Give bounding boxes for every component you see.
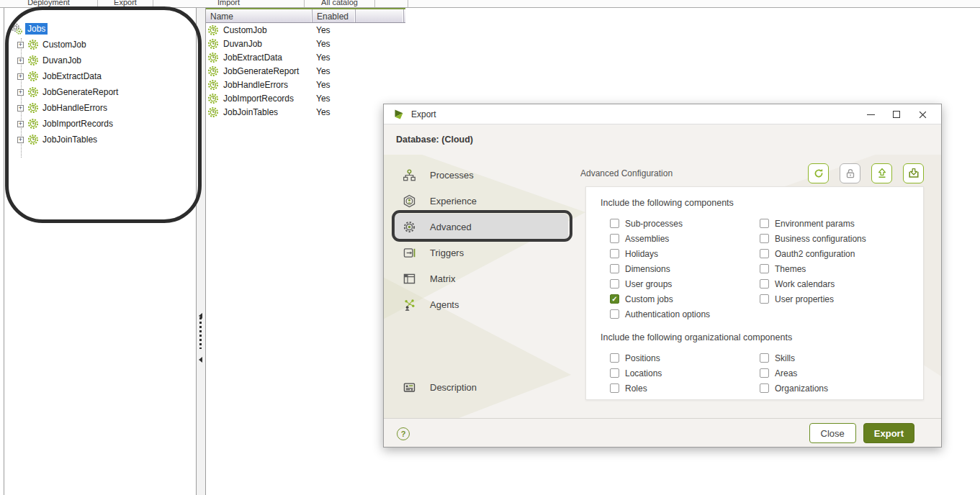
- column-header-name[interactable]: Name: [206, 9, 313, 22]
- sidebar-item-agents[interactable]: Agents: [395, 291, 568, 317]
- expand-plus-icon[interactable]: +: [17, 42, 24, 48]
- refresh-button[interactable]: [808, 163, 829, 183]
- expand-plus-icon[interactable]: +: [17, 73, 24, 80]
- checkbox-row-positions: Positions: [610, 350, 760, 365]
- tree-item-label: JobJoinTables: [42, 135, 97, 145]
- config-toolbar: [797, 163, 924, 183]
- tree-item-jobgeneratereport[interactable]: +JobGenerateReport: [4, 84, 196, 100]
- import-button[interactable]: [903, 163, 924, 183]
- job-name-cell: DuvanJob: [206, 38, 313, 50]
- checkbox-row-custom-jobs: ✓Custom jobs: [610, 291, 760, 306]
- sidebar-item-triggers[interactable]: Triggers: [395, 240, 568, 265]
- close-button[interactable]: Close: [809, 423, 856, 443]
- sidebar-item-experience[interactable]: Experience: [395, 188, 568, 214]
- dialog-titlebar[interactable]: Export: [384, 104, 941, 124]
- panel-splitter[interactable]: [197, 8, 206, 495]
- collapse-left-icon[interactable]: [199, 357, 202, 363]
- checkbox-holidays[interactable]: [610, 249, 619, 258]
- checkbox-themes[interactable]: [760, 264, 769, 273]
- tree-item-label: CustomJob: [42, 40, 86, 50]
- checkbox-positions[interactable]: [610, 353, 619, 363]
- dialog-sidebar: ProcessesExperienceAdvancedTriggersMatri…: [384, 155, 580, 418]
- tree-item-customjob[interactable]: +CustomJob: [4, 37, 196, 53]
- job-enabled-cell: Yes: [313, 39, 356, 49]
- table-row[interactable]: JobImportRecordsYes: [206, 91, 405, 105]
- app-logo-icon: [393, 109, 405, 120]
- checkbox-sub-processes[interactable]: [610, 219, 619, 228]
- tree-item-jobs-root[interactable]: Jobs: [4, 21, 196, 37]
- components-card: Include the following componentsSub-proc…: [585, 186, 924, 400]
- checkbox-row-authentication-options: Authentication options: [610, 306, 760, 322]
- expand-plus-icon[interactable]: +: [17, 58, 24, 64]
- upload-button[interactable]: [871, 163, 892, 183]
- checkbox-label: Work calendars: [775, 279, 835, 289]
- sidebar-item-advanced[interactable]: Advanced: [395, 214, 568, 240]
- ribbon-group-empty: [375, 0, 408, 7]
- table-row[interactable]: JobJoinTablesYes: [206, 105, 405, 119]
- checkbox-row-assemblies: Assemblies: [610, 231, 760, 246]
- jobs-list: NameEnabled CustomJobYesDuvanJobYesJobEx…: [206, 8, 405, 119]
- job-name-cell: JobJoinTables: [206, 106, 313, 118]
- database-bar: Database: (Cloud): [384, 124, 941, 155]
- job-gear-icon: [207, 65, 219, 77]
- checkbox-business-configurations[interactable]: [760, 234, 769, 243]
- minimize-button[interactable]: [858, 106, 884, 123]
- tree-item-label: DuvanJob: [42, 55, 81, 65]
- tree-item-jobimportrecords[interactable]: +JobImportRecords: [4, 116, 196, 132]
- sidebar-item-processes[interactable]: Processes: [395, 162, 568, 188]
- expand-plus-icon[interactable]: +: [17, 137, 24, 143]
- ribbon-group-import: Import: [153, 0, 305, 7]
- checkbox-organizations[interactable]: [760, 383, 769, 393]
- tree-item-jobhandleerrors[interactable]: +JobHandleErrors: [4, 100, 196, 116]
- unlock-button[interactable]: [840, 163, 860, 183]
- help-icon[interactable]: ?: [397, 427, 410, 440]
- checkbox-assemblies[interactable]: [610, 234, 619, 243]
- tree-item-jobextractdata[interactable]: +JobExtractData: [4, 68, 196, 84]
- table-row[interactable]: CustomJobYes: [206, 23, 405, 37]
- column-header-empty[interactable]: [356, 9, 404, 22]
- checkbox-dimensions[interactable]: [610, 264, 619, 273]
- job-name: JobJoinTables: [223, 107, 278, 117]
- table-row[interactable]: JobExtractDataYes: [206, 50, 405, 64]
- checkbox-authentication-options[interactable]: [610, 309, 619, 319]
- checkbox-label: Oauth2 configuration: [775, 249, 855, 259]
- checkbox-roles[interactable]: [610, 383, 619, 393]
- checkbox-environment-params[interactable]: [760, 219, 769, 228]
- expand-plus-icon[interactable]: +: [17, 105, 24, 112]
- sidebar-item-label: Matrix: [430, 273, 455, 284]
- tree-item-jobjointables[interactable]: +JobJoinTables: [4, 132, 196, 147]
- ribbon-group-label: Export: [114, 0, 137, 7]
- checkbox-user-properties[interactable]: [760, 294, 769, 304]
- checkbox-locations[interactable]: [610, 368, 619, 378]
- agents-icon: [403, 298, 416, 312]
- checkbox-label: Roles: [625, 383, 647, 394]
- checkbox-work-calendars[interactable]: [760, 279, 769, 289]
- checkbox-areas[interactable]: [760, 368, 769, 378]
- table-row[interactable]: JobHandleErrorsYes: [206, 78, 405, 91]
- checkbox-label: Positions: [625, 353, 660, 363]
- maximize-button[interactable]: [884, 106, 909, 123]
- checkbox-user-groups[interactable]: [610, 279, 619, 289]
- checkbox-skills[interactable]: [760, 353, 769, 363]
- export-button[interactable]: Export: [863, 423, 914, 443]
- job-gear-icon: [207, 93, 219, 104]
- jobs-tree: Jobs +CustomJob+DuvanJob+JobExtractData+…: [4, 21, 196, 147]
- table-row[interactable]: DuvanJobYes: [206, 37, 405, 50]
- job-enabled-cell: Yes: [313, 94, 356, 104]
- checkbox-label: Assemblies: [625, 234, 669, 244]
- dialog-title: Export: [411, 109, 436, 119]
- column-header-enabled[interactable]: Enabled: [313, 9, 356, 22]
- dialog-footer: ? Close Export: [384, 418, 941, 448]
- sidebar-item-matrix[interactable]: Matrix: [395, 265, 568, 291]
- expand-plus-icon[interactable]: +: [17, 121, 24, 127]
- checkbox-label: Locations: [625, 368, 662, 378]
- table-row[interactable]: JobGenerateReportYes: [206, 64, 405, 78]
- close-window-button[interactable]: [909, 106, 935, 123]
- tree-item-duvanjob[interactable]: +DuvanJob: [4, 53, 196, 68]
- expand-plus-icon[interactable]: +: [17, 89, 24, 96]
- checkbox-oauth2-configuration[interactable]: [760, 249, 769, 258]
- splitter-drag-handle[interactable]: [199, 317, 202, 349]
- tree-root-label[interactable]: Jobs: [25, 23, 48, 35]
- checkbox-custom-jobs[interactable]: ✓: [610, 294, 619, 304]
- sidebar-item-description[interactable]: Description: [395, 374, 568, 400]
